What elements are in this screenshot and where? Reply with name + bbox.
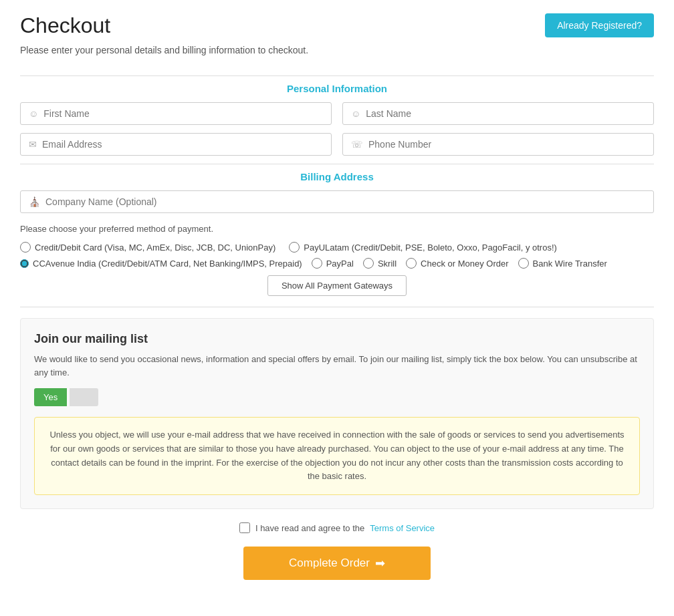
company-name-input[interactable] — [45, 196, 645, 207]
first-name-input[interactable] — [43, 108, 323, 119]
payment-radio-ccavenue[interactable] — [20, 259, 29, 268]
payment-option-creditdebit[interactable]: Credit/Debit Card (Visa, MC, AmEx, Disc,… — [20, 242, 275, 253]
mailing-title: Join our mailing list — [34, 332, 640, 346]
arrow-right-icon: ➡ — [375, 556, 385, 571]
payment-label-skrill: Skrill — [378, 259, 397, 269]
divider — [20, 307, 654, 307]
payment-radio-creditdebit[interactable] — [20, 242, 31, 253]
tos-link[interactable]: Terms of Service — [370, 523, 435, 533]
mailing-text: We would like to send you occasional new… — [34, 353, 640, 379]
page-subtitle: Please enter your personal details and b… — [20, 45, 308, 55]
page-title: Checkout — [20, 13, 308, 38]
name-row: ☺ ☺ — [20, 102, 654, 125]
email-field[interactable]: ✉ — [20, 133, 332, 156]
email-input[interactable] — [42, 139, 323, 150]
payment-option-skrill[interactable]: Skrill — [363, 258, 397, 269]
person-icon-2: ☺ — [351, 108, 360, 119]
payment-option-checkmoney[interactable]: Check or Money Order — [406, 258, 509, 269]
last-name-field[interactable]: ☺ — [342, 102, 654, 125]
tos-checkbox[interactable] — [239, 522, 250, 533]
payment-label-payulatam: PayULatam (Credit/Debit, PSE, Boleto, Ox… — [304, 243, 557, 253]
payment-option-ccavenue[interactable]: CCAvenue India (Credit/Debit/ATM Card, N… — [20, 259, 302, 269]
personal-info-section-title: Personal Information — [20, 75, 654, 102]
complete-order-button[interactable]: Complete Order ➡ — [243, 547, 431, 580]
first-name-field[interactable]: ☺ — [20, 102, 332, 125]
show-all-gateways-button[interactable]: Show All Payment Gateways — [267, 275, 407, 296]
payment-option-bankwire[interactable]: Bank Wire Transfer — [518, 258, 607, 269]
payment-label-paypal: PayPal — [326, 259, 354, 269]
last-name-input[interactable] — [366, 108, 645, 119]
already-registered-button[interactable]: Already Registered? — [545, 13, 654, 37]
payment-section: Please choose your preferred method of p… — [20, 224, 654, 296]
payment-label-ccavenue: CCAvenue India (Credit/Debit/ATM Card, N… — [33, 259, 302, 269]
phone-input[interactable] — [368, 139, 645, 150]
mailing-notice-text: Unless you object, we will use your e-ma… — [45, 428, 629, 484]
payment-label-bankwire: Bank Wire Transfer — [533, 259, 607, 269]
building-icon: ⛪ — [29, 196, 40, 207]
company-name-field[interactable]: ⛪ — [20, 190, 654, 213]
payment-radio-checkmoney[interactable] — [406, 258, 417, 269]
payment-radio-bankwire[interactable] — [518, 258, 529, 269]
mailing-toggle-row: Yes — [34, 388, 640, 406]
billing-address-section-title: Billing Address — [20, 164, 654, 190]
mailing-yes-button[interactable]: Yes — [34, 388, 67, 406]
payment-label-creditdebit: Credit/Debit Card (Visa, MC, AmEx, Disc,… — [35, 243, 275, 253]
email-icon: ✉ — [29, 139, 37, 150]
contact-row: ✉ ☏ — [20, 133, 654, 156]
payment-option-payulatam[interactable]: PayULatam (Credit/Debit, PSE, Boleto, Ox… — [289, 242, 557, 253]
mailing-section: Join our mailing list We would like to s… — [20, 318, 654, 509]
tos-label: I have read and agree to the — [255, 523, 364, 533]
phone-field[interactable]: ☏ — [342, 133, 654, 156]
complete-order-label: Complete Order — [289, 557, 370, 570]
payment-options-row2: CCAvenue India (Credit/Debit/ATM Card, N… — [20, 258, 654, 269]
mailing-notice-box: Unless you object, we will use your e-ma… — [34, 417, 640, 495]
payment-radio-paypal[interactable] — [312, 258, 322, 269]
payment-radio-payulatam[interactable] — [289, 242, 300, 253]
payment-label-checkmoney: Check or Money Order — [421, 259, 509, 269]
payment-options-row1: Credit/Debit Card (Visa, MC, AmEx, Disc,… — [20, 242, 654, 253]
person-icon: ☺ — [29, 108, 38, 119]
payment-radio-skrill[interactable] — [363, 258, 374, 269]
mailing-no-button[interactable] — [70, 388, 98, 406]
payment-option-paypal[interactable]: PayPal — [312, 258, 354, 269]
payment-label: Please choose your preferred method of p… — [20, 224, 654, 234]
tos-row: I have read and agree to the Terms of Se… — [20, 522, 654, 533]
phone-icon: ☏ — [351, 139, 363, 150]
